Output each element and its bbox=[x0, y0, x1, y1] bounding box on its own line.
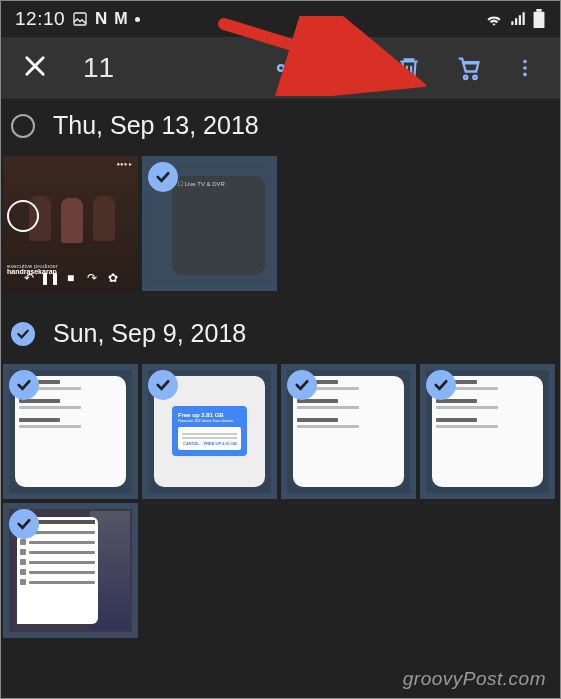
selected-check-icon[interactable] bbox=[287, 370, 317, 400]
photo-thumbnail[interactable]: Free up 2.81 GB Remove 102 items from de… bbox=[142, 364, 277, 499]
date-label: Sun, Sep 9, 2018 bbox=[53, 319, 246, 348]
svg-rect-3 bbox=[519, 15, 521, 25]
close-button[interactable] bbox=[13, 44, 57, 92]
photo-grid: Free up 2.81 GB Remove 102 items from de… bbox=[1, 362, 560, 658]
photo-thumbnail[interactable] bbox=[3, 503, 138, 638]
selected-check-icon[interactable] bbox=[9, 370, 39, 400]
date-header[interactable]: Sun, Sep 9, 2018 bbox=[1, 311, 560, 362]
video-controls: ↶ ❚❚ ■ ↷ ✿ bbox=[3, 271, 138, 285]
share-button[interactable] bbox=[262, 46, 314, 90]
date-label: Thu, Sep 13, 2018 bbox=[53, 111, 259, 140]
netflix-icon: N bbox=[95, 9, 107, 29]
stop-icon: ■ bbox=[64, 271, 78, 285]
pause-icon: ❚❚ bbox=[43, 271, 57, 285]
date-select-checkbox[interactable] bbox=[11, 322, 35, 346]
image-icon bbox=[72, 11, 88, 27]
svg-rect-5 bbox=[534, 12, 545, 28]
svg-point-13 bbox=[523, 66, 527, 70]
clock-text: 12:10 bbox=[15, 8, 65, 30]
overflow-menu-button[interactable] bbox=[502, 49, 548, 87]
wifi-icon bbox=[484, 9, 504, 29]
add-button[interactable] bbox=[322, 45, 376, 91]
date-header[interactable]: Thu, Sep 13, 2018 bbox=[1, 103, 560, 154]
selected-check-icon[interactable] bbox=[426, 370, 456, 400]
svg-point-11 bbox=[473, 76, 477, 80]
date-select-checkbox[interactable] bbox=[11, 114, 35, 138]
photo-grid: ●●● ▸ executive producer handrasekaran ↶… bbox=[1, 154, 560, 311]
gmail-icon: M bbox=[114, 10, 127, 28]
photo-thumbnail[interactable]: ☐ Live TV & DVR bbox=[142, 156, 277, 291]
photo-thumbnail[interactable] bbox=[420, 364, 555, 499]
photo-thumbnail[interactable] bbox=[281, 364, 416, 499]
signal-icon bbox=[509, 10, 527, 28]
selection-count: 11 bbox=[83, 52, 114, 84]
selected-check-icon[interactable] bbox=[148, 370, 178, 400]
more-notifications-dot-icon bbox=[135, 17, 140, 22]
photo-thumbnail[interactable]: ●●● ▸ executive producer handrasekaran ↶… bbox=[3, 156, 138, 291]
battery-icon bbox=[532, 9, 546, 29]
delete-button[interactable] bbox=[384, 47, 434, 89]
photo-thumbnail[interactable] bbox=[3, 364, 138, 499]
status-bar: 12:10 N M bbox=[1, 1, 560, 37]
settings-icon: ✿ bbox=[106, 271, 120, 285]
svg-rect-6 bbox=[536, 9, 541, 12]
watermark-text: groovyPost.com bbox=[403, 668, 546, 690]
svg-point-12 bbox=[523, 60, 527, 64]
selection-app-bar: 11 bbox=[1, 37, 560, 99]
photo-list: Thu, Sep 13, 2018 ●●● ▸ executive produc… bbox=[1, 99, 560, 658]
cart-button[interactable] bbox=[442, 46, 494, 90]
svg-rect-1 bbox=[511, 21, 513, 25]
selected-check-icon[interactable] bbox=[148, 162, 178, 192]
rewind-icon: ↶ bbox=[22, 271, 36, 285]
live-circle-icon bbox=[7, 200, 39, 232]
svg-point-10 bbox=[464, 76, 468, 80]
forward-icon: ↷ bbox=[85, 271, 99, 285]
svg-point-14 bbox=[523, 73, 527, 77]
svg-rect-2 bbox=[515, 18, 517, 25]
selected-check-icon[interactable] bbox=[9, 509, 39, 539]
svg-rect-4 bbox=[523, 12, 525, 25]
svg-rect-0 bbox=[74, 13, 86, 25]
